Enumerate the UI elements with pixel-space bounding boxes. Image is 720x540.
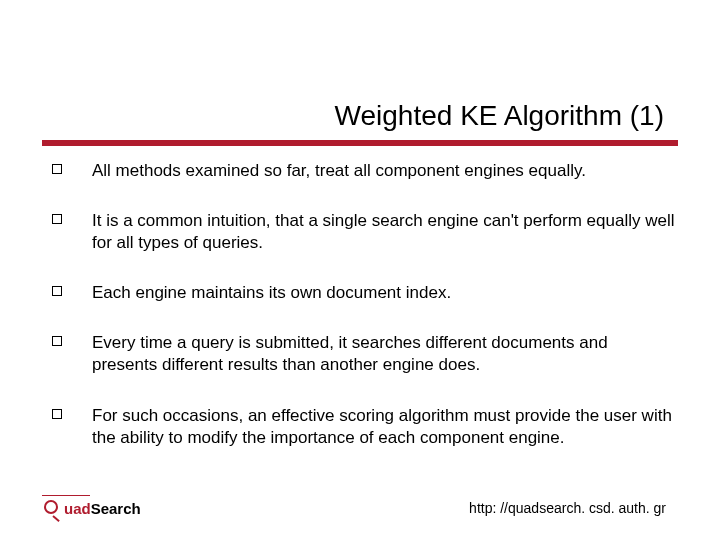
- slide: Weighted KE Algorithm (1) All methods ex…: [0, 0, 720, 540]
- footer-logo: uad Search: [42, 498, 141, 518]
- bullet-text: For such occasions, an effective scoring…: [92, 406, 672, 447]
- slide-title: Weighted KE Algorithm (1): [335, 100, 664, 132]
- brand-text-part2: Search: [91, 500, 141, 517]
- list-item: Each engine maintains its own document i…: [50, 282, 676, 304]
- content-area: All methods examined so far, treat all c…: [50, 160, 676, 477]
- bullet-list: All methods examined so far, treat all c…: [50, 160, 676, 449]
- footer-rule: [42, 495, 90, 496]
- bullet-square-icon: [52, 164, 62, 174]
- brand-text-part1: uad: [64, 500, 91, 517]
- bullet-square-icon: [52, 409, 62, 419]
- bullet-text: It is a common intuition, that a single …: [92, 211, 675, 252]
- q-logo-icon: [42, 498, 62, 518]
- bullet-text: All methods examined so far, treat all c…: [92, 161, 586, 180]
- bullet-square-icon: [52, 214, 62, 224]
- list-item: For such occasions, an effective scoring…: [50, 405, 676, 449]
- bullet-square-icon: [52, 286, 62, 296]
- bullet-text: Each engine maintains its own document i…: [92, 283, 451, 302]
- list-item: Every time a query is submitted, it sear…: [50, 332, 676, 376]
- title-underline: [42, 140, 678, 146]
- bullet-square-icon: [52, 336, 62, 346]
- list-item: It is a common intuition, that a single …: [50, 210, 676, 254]
- bullet-text: Every time a query is submitted, it sear…: [92, 333, 608, 374]
- footer-url: http: //quadsearch. csd. auth. gr: [469, 500, 666, 516]
- list-item: All methods examined so far, treat all c…: [50, 160, 676, 182]
